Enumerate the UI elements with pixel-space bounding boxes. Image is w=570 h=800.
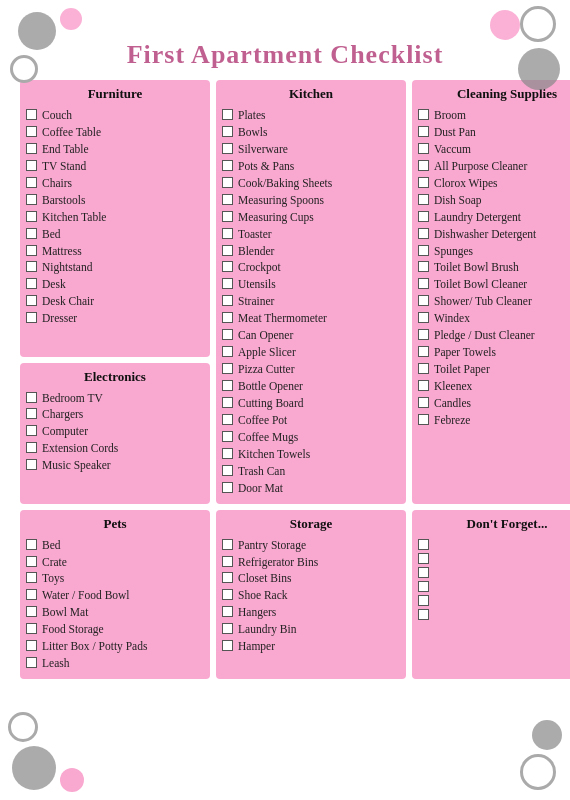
checkbox[interactable] bbox=[26, 589, 37, 600]
list-item[interactable]: Trash Can bbox=[222, 464, 400, 479]
checkbox[interactable] bbox=[222, 448, 233, 459]
checkbox[interactable] bbox=[418, 414, 429, 425]
checkbox[interactable] bbox=[222, 211, 233, 222]
checkbox[interactable] bbox=[26, 442, 37, 453]
checkbox[interactable] bbox=[418, 539, 429, 550]
list-item[interactable]: Strainer bbox=[222, 294, 400, 309]
list-item[interactable]: Cutting Board bbox=[222, 396, 400, 411]
checkbox[interactable] bbox=[222, 329, 233, 340]
list-item[interactable]: Kitchen Towels bbox=[222, 447, 400, 462]
list-item[interactable]: Bedroom TV bbox=[26, 391, 204, 406]
checkbox[interactable] bbox=[418, 228, 429, 239]
list-item[interactable]: Extension Cords bbox=[26, 441, 204, 456]
checkbox[interactable] bbox=[418, 160, 429, 171]
checkbox[interactable] bbox=[26, 261, 37, 272]
list-item[interactable]: Computer bbox=[26, 424, 204, 439]
checkbox[interactable] bbox=[418, 595, 429, 606]
checkbox[interactable] bbox=[222, 380, 233, 391]
checkbox[interactable] bbox=[418, 346, 429, 357]
checkbox[interactable] bbox=[26, 408, 37, 419]
checkbox[interactable] bbox=[26, 640, 37, 651]
checkbox[interactable] bbox=[26, 143, 37, 154]
list-item[interactable]: Candles bbox=[418, 396, 570, 411]
checkbox[interactable] bbox=[26, 194, 37, 205]
list-item[interactable]: Barstools bbox=[26, 193, 204, 208]
list-item[interactable]: Pledge / Dust Cleaner bbox=[418, 328, 570, 343]
checkbox[interactable] bbox=[418, 211, 429, 222]
list-item[interactable]: Couch bbox=[26, 108, 204, 123]
list-item[interactable]: Pizza Cutter bbox=[222, 362, 400, 377]
checkbox[interactable] bbox=[26, 623, 37, 634]
checkbox[interactable] bbox=[222, 363, 233, 374]
checkbox[interactable] bbox=[418, 194, 429, 205]
checkbox[interactable] bbox=[222, 245, 233, 256]
checkbox[interactable] bbox=[26, 228, 37, 239]
checkbox[interactable] bbox=[26, 245, 37, 256]
list-item[interactable]: Laundry Detergent bbox=[418, 210, 570, 225]
list-item[interactable]: Refrigerator Bins bbox=[222, 555, 400, 570]
list-item[interactable]: End Table bbox=[26, 142, 204, 157]
checkbox[interactable] bbox=[222, 295, 233, 306]
checkbox[interactable] bbox=[26, 606, 37, 617]
checkbox[interactable] bbox=[222, 397, 233, 408]
list-item[interactable]: Measuring Cups bbox=[222, 210, 400, 225]
list-item[interactable]: Desk bbox=[26, 277, 204, 292]
list-item[interactable]: Febreze bbox=[418, 413, 570, 428]
checkbox[interactable] bbox=[418, 609, 429, 620]
checkbox[interactable] bbox=[26, 657, 37, 668]
list-item[interactable]: Dust Pan bbox=[418, 125, 570, 140]
checkbox[interactable] bbox=[418, 278, 429, 289]
checkbox[interactable] bbox=[26, 459, 37, 470]
list-item[interactable]: Coffee Pot bbox=[222, 413, 400, 428]
list-item[interactable]: Door Mat bbox=[222, 481, 400, 496]
list-item[interactable] bbox=[418, 594, 570, 606]
list-item[interactable]: Toilet Paper bbox=[418, 362, 570, 377]
list-item[interactable]: Toilet Bowl Cleaner bbox=[418, 277, 570, 292]
checkbox[interactable] bbox=[26, 160, 37, 171]
list-item[interactable]: Coffee Table bbox=[26, 125, 204, 140]
list-item[interactable]: Crate bbox=[26, 555, 204, 570]
list-item[interactable]: Bed bbox=[26, 227, 204, 242]
list-item[interactable]: Food Storage bbox=[26, 622, 204, 637]
list-item[interactable]: Toys bbox=[26, 571, 204, 586]
checkbox[interactable] bbox=[26, 126, 37, 137]
list-item[interactable]: Blender bbox=[222, 244, 400, 259]
checkbox[interactable] bbox=[222, 539, 233, 550]
list-item[interactable]: Toilet Bowl Brush bbox=[418, 260, 570, 275]
checkbox[interactable] bbox=[26, 312, 37, 323]
list-item[interactable]: Windex bbox=[418, 311, 570, 326]
checkbox[interactable] bbox=[222, 126, 233, 137]
checkbox[interactable] bbox=[418, 126, 429, 137]
list-item[interactable]: Shoe Rack bbox=[222, 588, 400, 603]
checkbox[interactable] bbox=[26, 177, 37, 188]
list-item[interactable]: Dresser bbox=[26, 311, 204, 326]
list-item[interactable]: Chairs bbox=[26, 176, 204, 191]
checkbox[interactable] bbox=[26, 392, 37, 403]
list-item[interactable] bbox=[418, 608, 570, 620]
list-item[interactable]: Broom bbox=[418, 108, 570, 123]
checkbox[interactable] bbox=[26, 211, 37, 222]
list-item[interactable] bbox=[418, 580, 570, 592]
checkbox[interactable] bbox=[222, 143, 233, 154]
list-item[interactable]: Measuring Spoons bbox=[222, 193, 400, 208]
list-item[interactable]: Bowl Mat bbox=[26, 605, 204, 620]
list-item[interactable]: Music Speaker bbox=[26, 458, 204, 473]
list-item[interactable]: Bottle Opener bbox=[222, 379, 400, 394]
list-item[interactable]: Mattress bbox=[26, 244, 204, 259]
list-item[interactable] bbox=[418, 538, 570, 550]
list-item[interactable]: Paper Towels bbox=[418, 345, 570, 360]
checkbox[interactable] bbox=[222, 346, 233, 357]
checkbox[interactable] bbox=[418, 380, 429, 391]
checkbox[interactable] bbox=[26, 539, 37, 550]
checkbox[interactable] bbox=[418, 177, 429, 188]
checkbox[interactable] bbox=[222, 109, 233, 120]
checkbox[interactable] bbox=[418, 329, 429, 340]
list-item[interactable]: Silverware bbox=[222, 142, 400, 157]
list-item[interactable]: Meat Thermometer bbox=[222, 311, 400, 326]
list-item[interactable]: Apple Slicer bbox=[222, 345, 400, 360]
checkbox[interactable] bbox=[222, 623, 233, 634]
list-item[interactable]: Plates bbox=[222, 108, 400, 123]
list-item[interactable]: Utensils bbox=[222, 277, 400, 292]
list-item[interactable]: Bed bbox=[26, 538, 204, 553]
checkbox[interactable] bbox=[222, 465, 233, 476]
